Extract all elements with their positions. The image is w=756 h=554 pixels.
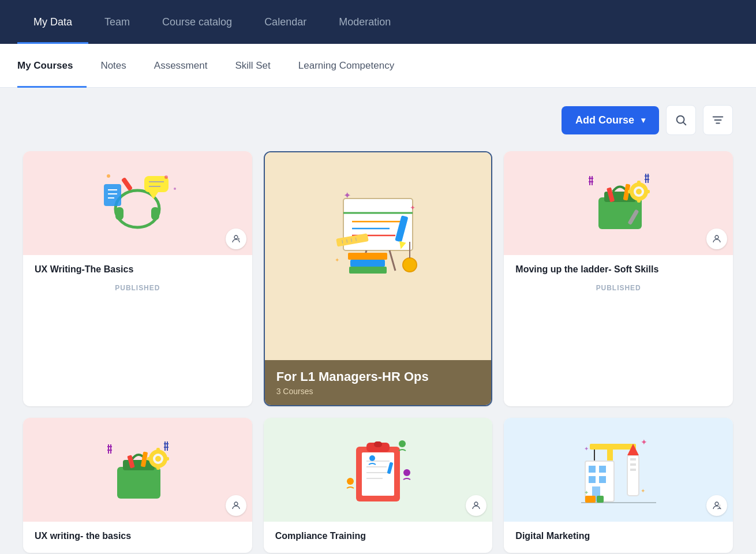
card-body-6: Digital Marketing: [504, 522, 733, 553]
svg-point-122: [718, 504, 721, 507]
tab-my-courses[interactable]: My Courses: [17, 44, 87, 88]
add-course-chevron-icon: ▾: [641, 115, 645, 125]
svg-rect-54: [628, 190, 633, 193]
svg-line-1: [683, 122, 686, 125]
card-body-3: Moving up the ladder- Soft Skills PUBLIS…: [504, 255, 733, 306]
svg-point-17: [164, 175, 168, 179]
main-content: Add Course ▾: [0, 88, 756, 554]
card-body-1: UX Writing-The Basics PUBLISHED: [23, 255, 252, 306]
svg-text:✦: ✦: [410, 204, 416, 212]
svg-point-85: [234, 502, 238, 506]
svg-rect-39: [348, 253, 387, 260]
card-avatar-1: [226, 229, 246, 249]
svg-point-72: [155, 456, 161, 462]
svg-rect-66: [117, 467, 160, 499]
svg-point-19: [107, 174, 110, 178]
svg-rect-6: [115, 207, 123, 220]
nav-my-data[interactable]: My Data: [17, 0, 88, 44]
card-image-6: ✦ ✦ ✦ ✦: [504, 418, 733, 522]
svg-text:✦: ✦: [584, 446, 589, 452]
svg-point-20: [234, 235, 238, 239]
svg-rect-16: [121, 177, 133, 191]
course-card-4[interactable]: UX writing- the basics: [23, 418, 252, 553]
svg-rect-120: [597, 496, 604, 503]
search-button[interactable]: [666, 105, 696, 135]
card-title-4: UX writing- the basics: [35, 531, 241, 541]
featured-card-subtitle: 3 Courses: [276, 387, 480, 396]
svg-point-121: [715, 502, 718, 506]
card-avatar-5: [466, 495, 486, 516]
courses-grid: UX Writing-The Basics PUBLISHED: [23, 151, 733, 553]
filter-icon: [712, 114, 724, 126]
svg-rect-8: [144, 176, 169, 192]
card-status-1: PUBLISHED: [35, 277, 241, 297]
toolbar: Add Course ▾: [23, 105, 733, 135]
svg-rect-74: [156, 465, 160, 470]
course-card-2[interactable]: ✦ ✦ ✦ For L1 Managers-HR Ops 3 Courses: [264, 151, 493, 406]
svg-rect-73: [156, 448, 160, 452]
svg-rect-52: [637, 181, 641, 185]
svg-rect-104: [589, 466, 596, 473]
course-card-6[interactable]: ✦ ✦ ✦ ✦: [504, 418, 733, 553]
card-title-3: Moving up the ladder- Soft Skills: [515, 264, 721, 275]
svg-rect-76: [164, 457, 169, 461]
nav-team[interactable]: Team: [88, 0, 146, 44]
tab-assessment[interactable]: Assessment: [140, 44, 222, 88]
svg-rect-37: [349, 267, 387, 274]
card-body-5: Compliance Training: [264, 522, 493, 553]
svg-rect-119: [585, 496, 596, 503]
svg-rect-109: [627, 455, 639, 496]
svg-rect-7: [151, 207, 159, 220]
nav-calendar[interactable]: Calendar: [248, 0, 323, 44]
card-image-5: [264, 418, 493, 522]
svg-point-51: [636, 189, 642, 194]
svg-point-94: [369, 455, 375, 461]
svg-rect-113: [630, 469, 636, 471]
svg-point-22: [238, 238, 239, 239]
svg-point-18: [174, 188, 176, 190]
svg-rect-106: [589, 476, 596, 483]
svg-point-65: [715, 235, 718, 239]
course-card-1[interactable]: UX Writing-The Basics PUBLISHED: [23, 151, 252, 406]
svg-rect-12: [104, 184, 121, 206]
svg-text:✦: ✦: [335, 257, 339, 263]
svg-line-29: [390, 250, 395, 271]
card-image-3: [504, 151, 733, 255]
card-avatar-4: [226, 495, 246, 516]
svg-rect-89: [374, 441, 382, 447]
search-icon: [675, 114, 687, 126]
tab-notes[interactable]: Notes: [87, 44, 140, 88]
card-avatar-6: [706, 495, 727, 516]
svg-text:✦: ✦: [641, 437, 648, 447]
svg-rect-53: [637, 198, 641, 203]
svg-text:✦: ✦: [343, 190, 351, 200]
card-status-3: PUBLISHED: [515, 277, 721, 297]
nav-moderation[interactable]: Moderation: [323, 0, 407, 44]
svg-point-99: [474, 502, 478, 506]
svg-rect-112: [630, 463, 636, 466]
svg-rect-55: [645, 190, 650, 193]
svg-rect-87: [362, 452, 394, 496]
card-title-5: Compliance Training: [275, 531, 481, 541]
course-card-3[interactable]: Moving up the ladder- Soft Skills PUBLIS…: [504, 151, 733, 406]
svg-point-95: [399, 440, 406, 447]
svg-point-96: [347, 478, 354, 485]
svg-rect-75: [147, 457, 152, 461]
card-title-1: UX Writing-The Basics: [35, 264, 241, 275]
nav-course-catalog[interactable]: Course catalog: [146, 0, 248, 44]
card-body-4: UX writing- the basics: [23, 522, 252, 553]
course-card-5[interactable]: Compliance Training: [264, 418, 493, 553]
svg-rect-101: [590, 444, 636, 450]
svg-rect-105: [599, 466, 606, 473]
card-avatar-3: [706, 229, 727, 249]
featured-card-title: For L1 Managers-HR Ops: [276, 369, 480, 384]
card-image-2: ✦ ✦ ✦: [265, 152, 492, 360]
add-course-label: Add Course: [575, 114, 634, 126]
sub-nav: My Courses Notes Assessment Skill Set Le…: [0, 44, 756, 88]
add-course-button[interactable]: Add Course ▾: [562, 106, 659, 134]
svg-text:✦: ✦: [641, 488, 645, 494]
card-title-6: Digital Marketing: [515, 531, 721, 541]
filter-button[interactable]: [703, 105, 733, 135]
tab-skill-set[interactable]: Skill Set: [221, 44, 284, 88]
tab-learning-competency[interactable]: Learning Competency: [285, 44, 408, 88]
